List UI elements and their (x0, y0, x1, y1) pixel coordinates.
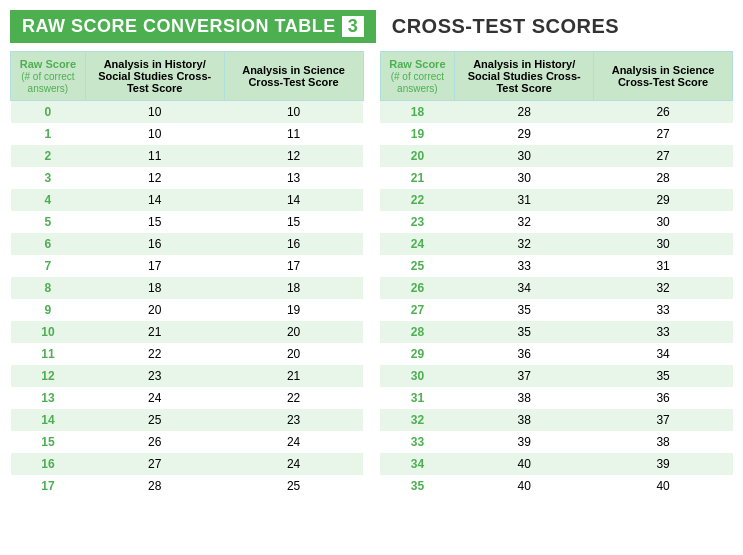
history-cell: 24 (85, 387, 224, 409)
table-row: 16 27 24 (11, 453, 364, 475)
table-row: 21 30 28 (380, 167, 733, 189)
raw-cell: 6 (11, 233, 86, 255)
table-row: 12 23 21 (11, 365, 364, 387)
science-cell: 17 (224, 255, 363, 277)
history-cell: 40 (455, 475, 594, 497)
table-row: 27 35 33 (380, 299, 733, 321)
history-cell: 23 (85, 365, 224, 387)
history-cell: 32 (455, 211, 594, 233)
raw-cell: 3 (11, 167, 86, 189)
raw-cell: 28 (380, 321, 455, 343)
raw-cell: 5 (11, 211, 86, 233)
science-cell: 39 (594, 453, 733, 475)
table-row: 18 28 26 (380, 101, 733, 124)
table-row: 28 35 33 (380, 321, 733, 343)
science-cell: 38 (594, 431, 733, 453)
raw-cell: 34 (380, 453, 455, 475)
raw-cell: 32 (380, 409, 455, 431)
science-cell: 13 (224, 167, 363, 189)
science-cell: 23 (224, 409, 363, 431)
history-cell: 14 (85, 189, 224, 211)
science-cell: 20 (224, 343, 363, 365)
history-cell: 28 (85, 475, 224, 497)
table-row: 6 16 16 (11, 233, 364, 255)
table-row: 22 31 29 (380, 189, 733, 211)
table-row: 0 10 10 (11, 101, 364, 124)
history-cell: 36 (455, 343, 594, 365)
history-cell: 20 (85, 299, 224, 321)
raw-cell: 12 (11, 365, 86, 387)
table-row: 13 24 22 (11, 387, 364, 409)
raw-cell: 27 (380, 299, 455, 321)
history-cell: 27 (85, 453, 224, 475)
table-row: 29 36 34 (380, 343, 733, 365)
table-row: 9 20 19 (11, 299, 364, 321)
raw-cell: 30 (380, 365, 455, 387)
table-row: 14 25 23 (11, 409, 364, 431)
table2-raw-header: Raw Score (# of correct answers) (380, 52, 455, 101)
cross-test-title: CROSS-TEST SCORES (392, 15, 619, 38)
history-cell: 33 (455, 255, 594, 277)
science-cell: 37 (594, 409, 733, 431)
table-row: 23 32 30 (380, 211, 733, 233)
science-cell: 36 (594, 387, 733, 409)
raw-cell: 17 (11, 475, 86, 497)
table1-history-header: Analysis in History/ Social Studies Cros… (85, 52, 224, 101)
table-row: 30 37 35 (380, 365, 733, 387)
raw-cell: 29 (380, 343, 455, 365)
table-title-box: RAW SCORE CONVERSION TABLE 3 (10, 10, 376, 43)
science-cell: 27 (594, 145, 733, 167)
science-cell: 27 (594, 123, 733, 145)
table-row: 34 40 39 (380, 453, 733, 475)
science-cell: 40 (594, 475, 733, 497)
raw-cell: 9 (11, 299, 86, 321)
history-cell: 21 (85, 321, 224, 343)
science-cell: 20 (224, 321, 363, 343)
tables-row: Raw Score (# of correct answers) Analysi… (10, 51, 733, 497)
raw-cell: 20 (380, 145, 455, 167)
table-title-text: RAW SCORE CONVERSION TABLE (22, 16, 336, 37)
raw-cell: 19 (380, 123, 455, 145)
history-cell: 28 (455, 101, 594, 124)
science-cell: 18 (224, 277, 363, 299)
table1-raw-header: Raw Score (# of correct answers) (11, 52, 86, 101)
table-row: 4 14 14 (11, 189, 364, 211)
raw-cell: 18 (380, 101, 455, 124)
history-cell: 32 (455, 233, 594, 255)
science-cell: 11 (224, 123, 363, 145)
table-row: 1 10 11 (11, 123, 364, 145)
history-cell: 31 (455, 189, 594, 211)
table-row: 35 40 40 (380, 475, 733, 497)
raw-cell: 8 (11, 277, 86, 299)
science-cell: 19 (224, 299, 363, 321)
science-cell: 30 (594, 211, 733, 233)
table-row: 11 22 20 (11, 343, 364, 365)
table-row: 2 11 12 (11, 145, 364, 167)
raw-cell: 21 (380, 167, 455, 189)
history-cell: 10 (85, 101, 224, 124)
raw-cell: 10 (11, 321, 86, 343)
table-title-num: 3 (342, 16, 364, 37)
raw-cell: 7 (11, 255, 86, 277)
history-cell: 11 (85, 145, 224, 167)
table-row: 19 29 27 (380, 123, 733, 145)
history-cell: 10 (85, 123, 224, 145)
table-row: 5 15 15 (11, 211, 364, 233)
page-container: RAW SCORE CONVERSION TABLE 3 CROSS-TEST … (10, 10, 733, 497)
table-row: 17 28 25 (11, 475, 364, 497)
raw-cell: 0 (11, 101, 86, 124)
history-cell: 35 (455, 299, 594, 321)
table-row: 10 21 20 (11, 321, 364, 343)
table-row: 15 26 24 (11, 431, 364, 453)
history-cell: 17 (85, 255, 224, 277)
science-cell: 35 (594, 365, 733, 387)
raw-cell: 23 (380, 211, 455, 233)
raw-cell: 13 (11, 387, 86, 409)
history-cell: 25 (85, 409, 224, 431)
science-cell: 24 (224, 431, 363, 453)
science-cell: 24 (224, 453, 363, 475)
science-cell: 25 (224, 475, 363, 497)
history-cell: 34 (455, 277, 594, 299)
table-row: 25 33 31 (380, 255, 733, 277)
table-row: 20 30 27 (380, 145, 733, 167)
